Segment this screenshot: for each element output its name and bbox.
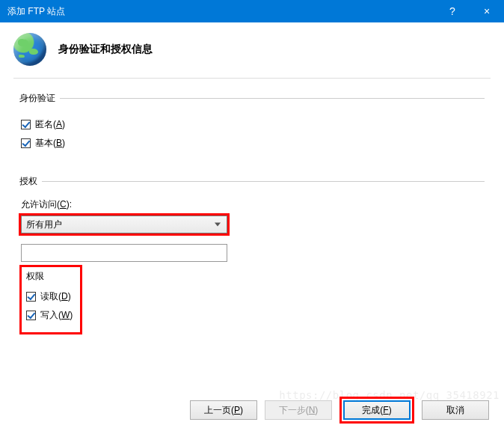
write-label: 写入(W) [40,309,73,322]
authorization-textbox[interactable] [21,244,227,262]
basic-checkbox[interactable] [21,138,31,148]
anonymous-checkbox-row[interactable]: 匿名(A) [21,118,485,131]
anonymous-label: 匿名(A) [35,118,65,131]
write-checkbox-row[interactable]: 写入(W) [26,309,73,322]
footer: 上一页(P) 下一步(N) 完成(F) 取消 [190,397,489,424]
authentication-legend: 身份验证 [19,92,60,105]
titlebar: 添加 FTP 站点 ? × [0,0,504,22]
finish-highlight: 完成(F) [339,397,414,424]
allow-access-label: 允许访问(C): [21,198,485,211]
read-checkbox-row[interactable]: 读取(D) [26,290,73,303]
close-button[interactable]: × [470,0,504,22]
header: 身份验证和授权信息 [0,22,504,73]
anonymous-checkbox[interactable] [21,120,31,129]
globe-icon [13,33,46,66]
read-label: 读取(D) [40,290,71,303]
basic-checkbox-row[interactable]: 基本(B) [21,137,485,150]
allow-access-value: 所有用户 [26,218,62,231]
read-checkbox[interactable] [26,292,36,302]
next-button: 下一步(N) [265,400,332,420]
allow-access-select[interactable]: 所有用户 [21,216,227,233]
previous-button[interactable]: 上一页(P) [190,400,257,420]
content: 身份验证 匿名(A) 基本(B) 授权 允许访问(C): 所有用户 权限 读取(… [0,79,504,343]
write-checkbox[interactable] [26,311,36,320]
permissions-group: 权限 读取(D) 写入(W) [19,265,82,334]
chevron-down-icon [215,223,221,227]
finish-button[interactable]: 完成(F) [343,400,411,420]
cancel-button[interactable]: 取消 [422,400,489,420]
window-title: 添加 FTP 站点 [7,5,435,18]
basic-label: 基本(B) [35,137,65,150]
page-title: 身份验证和授权信息 [58,43,153,56]
authentication-group: 身份验证 匿名(A) 基本(B) [19,92,485,165]
help-button[interactable]: ? [435,0,470,22]
authorization-legend: 授权 [19,175,42,188]
authorization-group: 授权 允许访问(C): 所有用户 权限 读取(D) 写入(W) [19,175,485,343]
permissions-legend: 权限 [25,267,73,284]
